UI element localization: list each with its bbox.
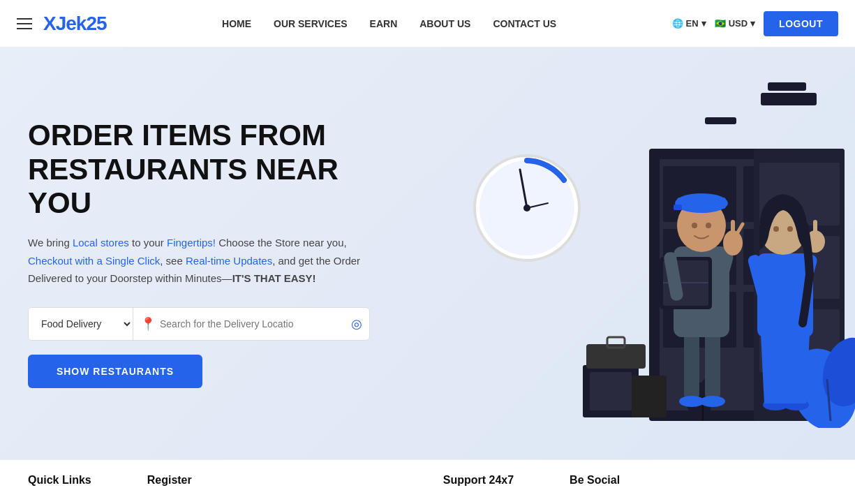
footer-social-title: Be Social xyxy=(570,474,620,487)
footer-support: Support 24x7 xyxy=(443,474,514,489)
logo-black: XJek xyxy=(43,13,86,34)
nav-right: 🌐 EN ▾ 🇧🇷 USD ▾ LOGOUT xyxy=(672,11,838,36)
hero-title: ORDER ITEMS FROM RESTAURANTS NEAR YOU xyxy=(28,119,391,220)
lang-flag: 🌐 xyxy=(672,18,683,29)
svg-point-48 xyxy=(692,223,697,228)
svg-point-34 xyxy=(700,396,725,407)
hero-section: ORDER ITEMS FROM RESTAURANTS NEAR YOU We… xyxy=(0,47,855,459)
location-search-input[interactable] xyxy=(160,318,351,329)
location-pin-icon: 📍 xyxy=(140,316,156,332)
svg-rect-47 xyxy=(674,205,682,210)
hamburger-button[interactable] xyxy=(17,18,32,29)
nav-contact[interactable]: CONTACT US xyxy=(493,18,556,29)
svg-point-60 xyxy=(773,226,779,232)
nav-services[interactable]: OUR SERVICES xyxy=(274,18,348,29)
logo-blue: 25 xyxy=(86,13,106,34)
svg-rect-31 xyxy=(684,330,699,400)
svg-point-61 xyxy=(787,226,793,232)
footer-register-title: Register xyxy=(147,474,192,487)
svg-point-7 xyxy=(523,205,530,212)
nav-earn[interactable]: EARN xyxy=(370,18,398,29)
svg-rect-27 xyxy=(590,372,632,410)
nav-left: XJek25 xyxy=(17,13,107,35)
location-input-wrap: 📍 ◎ xyxy=(133,316,369,332)
lang-label: EN xyxy=(686,18,699,29)
lang-chevron-icon: ▾ xyxy=(701,18,706,29)
logout-button[interactable]: LOGOUT xyxy=(764,11,838,36)
svg-rect-28 xyxy=(632,376,667,417)
currency-selector[interactable]: 🇧🇷 USD ▾ xyxy=(715,18,755,29)
footer-support-title: Support 24x7 xyxy=(443,474,514,487)
svg-rect-32 xyxy=(705,330,720,400)
svg-rect-2 xyxy=(705,117,736,124)
logo: XJek25 xyxy=(43,13,107,35)
language-selector[interactable]: 🌐 EN ▾ xyxy=(672,18,706,29)
hero-description: We bring Local stores to your Fingertips… xyxy=(28,234,391,288)
footer-strip: Quick Links Register Support 24x7 Be Soc… xyxy=(0,459,855,503)
footer-quick-links: Quick Links xyxy=(28,474,91,489)
target-location-icon[interactable]: ◎ xyxy=(351,316,362,332)
footer-social: Be Social xyxy=(570,474,620,489)
svg-rect-0 xyxy=(761,93,817,105)
svg-rect-1 xyxy=(768,82,806,91)
service-select[interactable]: Food Delivery Grocery Pharmacy Courier xyxy=(29,308,133,340)
svg-point-41 xyxy=(723,230,743,255)
footer-register: Register xyxy=(147,474,192,489)
nav-links: HOME OUR SERVICES EARN ABOUT US CONTACT … xyxy=(222,18,556,29)
currency-flag: 🇧🇷 xyxy=(715,18,726,29)
currency-label: USD xyxy=(729,18,748,29)
navbar: XJek25 HOME OUR SERVICES EARN ABOUT US C… xyxy=(0,0,855,47)
svg-point-49 xyxy=(706,223,711,228)
currency-chevron-icon: ▾ xyxy=(750,18,755,29)
svg-rect-46 xyxy=(677,198,726,209)
delivery-illustration xyxy=(391,79,855,428)
search-bar: Food Delivery Grocery Pharmacy Courier 📍… xyxy=(28,307,370,341)
hero-illustration xyxy=(391,79,855,428)
hero-content: ORDER ITEMS FROM RESTAURANTS NEAR YOU We… xyxy=(28,119,391,387)
nav-about[interactable]: ABOUT US xyxy=(419,18,470,29)
show-restaurants-button[interactable]: SHOW RESTAURANTS xyxy=(28,355,202,388)
footer-quick-links-title: Quick Links xyxy=(28,474,91,487)
nav-home[interactable]: HOME xyxy=(222,18,251,29)
